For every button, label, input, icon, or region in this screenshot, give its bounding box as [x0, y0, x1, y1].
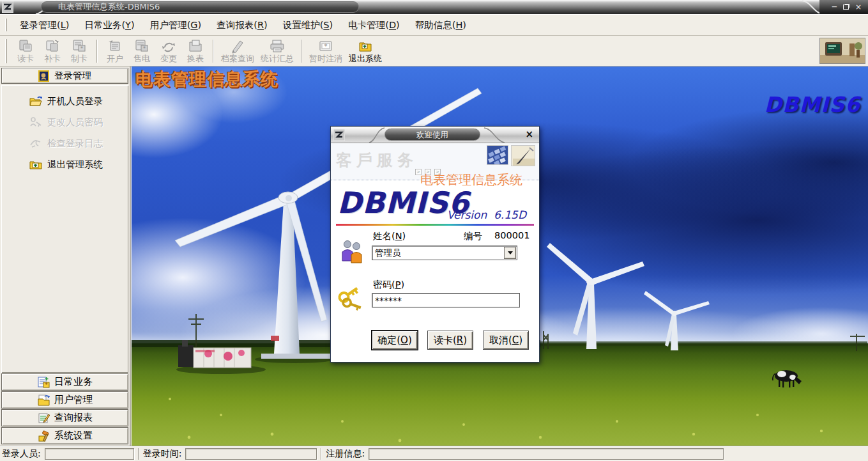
account-open-icon — [107, 38, 123, 54]
status-login-time-label: 登录时间: — [143, 448, 182, 460]
toolbar-separator — [213, 40, 214, 63]
menu-user-management[interactable]: 用户管理(G) — [142, 17, 209, 34]
password-input[interactable] — [372, 293, 520, 308]
svg-text:*: * — [324, 43, 328, 50]
change-icon — [160, 38, 177, 54]
sidebar-item-check-login-log[interactable]: 检查登录日志 — [29, 136, 128, 150]
combobox-dropdown-button[interactable] — [504, 247, 516, 259]
daily-business-icon: * — [37, 376, 50, 388]
menu-help[interactable]: 帮助信息(H) — [407, 17, 474, 34]
wind-turbine-medium — [547, 243, 644, 349]
dialog-watermark-text: 客戶服务 — [336, 150, 418, 171]
toolbar-make-card-button[interactable]: * 制卡 — [66, 37, 93, 65]
svg-text:*: * — [45, 382, 48, 388]
status-bar: 登录人员: 登录时间: 注册信息: — [0, 446, 868, 461]
meadow-flowers — [169, 398, 823, 442]
system-settings-icon — [37, 430, 50, 442]
menubar-grip[interactable] — [5, 19, 7, 31]
password-field-label: 密码(P) — [373, 279, 404, 291]
window-title: 电表管理信息系统-DBMIS6 — [41, 1, 359, 13]
name-combobox-value: 管理员 — [372, 247, 504, 259]
sidebar-item-operator-login[interactable]: 开机人员登录 — [29, 94, 128, 108]
sell-power-icon: * — [133, 38, 150, 54]
cancel-button[interactable]: 取消(C) — [483, 331, 529, 350]
tool-bar: 读卡 补卡 * 制卡 开户 * 售电 — [0, 36, 868, 66]
card-make-icon: * — [71, 38, 88, 54]
sidebar-item-change-password[interactable]: 更改人员密码 — [29, 115, 128, 129]
menu-settings-maintenance[interactable]: 设置维护(S) — [275, 17, 341, 34]
toolbar-photo-thumbnail — [819, 38, 865, 64]
svg-text:*: * — [143, 45, 146, 52]
toolbar-temp-logoff-button[interactable]: * 暂时注消 — [306, 37, 346, 65]
statusbar-separator — [321, 448, 322, 460]
exit-system-icon — [357, 38, 374, 54]
toolbar-separator — [96, 40, 98, 63]
login-dialog-titlebar[interactable]: 欢迎使用 × — [331, 127, 539, 143]
menu-daily-business[interactable]: 日常业务(Y) — [77, 17, 142, 34]
sidebar-group-report-query[interactable]: 查询报表 — [1, 409, 128, 426]
toolbar-swap-meter-button[interactable]: 换表 — [182, 37, 209, 65]
folder-exit-icon — [29, 159, 42, 170]
users-icon — [339, 239, 365, 265]
log-check-icon — [29, 137, 42, 149]
menu-bar: 登录管理(L) 日常业务(Y) 用户管理(G) 查询报表(R) 设置维护(S) … — [0, 14, 868, 36]
name-field-label: 姓名(N) — [373, 230, 406, 242]
toolbar-separator — [301, 40, 302, 63]
folder-open-icon — [29, 95, 42, 107]
restore-button[interactable] — [843, 4, 849, 10]
sidebar-item-exit-system[interactable]: 退出管理系统 — [29, 157, 128, 171]
toolbar-change-button[interactable]: 变更 — [155, 37, 182, 65]
status-login-user-value — [45, 448, 134, 460]
close-button[interactable]: × — [855, 3, 862, 11]
sidebar-group-login[interactable]: 登录管理 — [1, 68, 128, 84]
swap-meter-icon — [187, 38, 204, 54]
stats-summary-icon — [269, 38, 286, 54]
menu-card-management[interactable]: 电卡管理(D) — [340, 17, 407, 34]
card-add-icon — [44, 38, 61, 54]
temp-logoff-icon: * — [317, 38, 334, 54]
toolbar-sell-power-button[interactable]: * 售电 — [128, 37, 155, 65]
toolbar-archive-query-button[interactable]: 档案查询 — [218, 37, 257, 65]
toolbar-open-account-button[interactable]: 开户 — [102, 37, 128, 65]
sidebar-group-user-management[interactable]: 用户管理 — [1, 391, 128, 409]
menu-report-query[interactable]: 查询报表(R) — [209, 17, 275, 34]
ok-button[interactable]: 确定(O) — [372, 331, 418, 350]
user-management-icon — [37, 394, 50, 406]
dialog-logo-icon — [333, 129, 345, 141]
workspace-brand-text: DBMIS6 — [765, 92, 860, 117]
password-change-icon — [29, 116, 42, 128]
sidebar-group-daily-business[interactable]: * 日常业务 — [1, 373, 128, 391]
toolbar-reissue-card-button[interactable]: 补卡 — [39, 37, 66, 65]
operator-id-label: 编号 — [464, 230, 482, 242]
minimize-button[interactable]: ─ — [832, 3, 837, 11]
sidebar-group-system-settings[interactable]: 系统设置 — [1, 427, 128, 444]
pen-thumbnail — [511, 145, 535, 166]
window-titlebar[interactable]: 电表管理信息系统-DBMIS6 ─ × — [0, 0, 868, 14]
status-register-info-value — [369, 448, 724, 460]
login-dialog: 欢迎使用 × 客戶服务 > > > 电表管理信息系统 DBMIS6 — [330, 126, 540, 363]
dialog-title: 欢迎使用 — [385, 129, 480, 141]
keyboard-thumbnail — [487, 145, 508, 165]
navigation-sidebar: 登录管理 开机人员登录 更改人员密码 — [0, 66, 131, 446]
app-logo-icon — [2, 1, 13, 13]
sidebar-login-panel: 开机人员登录 更改人员密码 检查登录日志 — [1, 85, 128, 373]
dialog-close-button[interactable]: × — [525, 129, 533, 140]
chevron-down-icon — [508, 251, 513, 254]
keys-icon — [337, 286, 367, 313]
workspace-headline: 电表管理信息系统 — [135, 68, 278, 91]
statusbar-separator — [138, 448, 139, 460]
login-group-icon — [38, 70, 50, 82]
cow — [773, 370, 802, 387]
name-combobox[interactable]: 管理员 — [372, 246, 517, 260]
menu-login[interactable]: 登录管理(L) — [12, 17, 77, 34]
dialog-overlay-title: 电表管理信息系统 — [420, 171, 522, 189]
read-card-button[interactable]: 读卡(R) — [427, 331, 473, 350]
sidebar-group-login-label: 登录管理 — [54, 70, 91, 82]
toolbar-read-card-button[interactable]: 读卡 — [12, 37, 39, 65]
toolbar-grip[interactable] — [5, 39, 7, 63]
rainbow-divider — [336, 224, 534, 226]
toolbar-stats-summary-button[interactable]: 统计汇总 — [257, 37, 297, 65]
office-photo-thumbnail — [820, 38, 865, 63]
toolbar-exit-system-button[interactable]: 退出系统 — [346, 37, 385, 65]
svg-text:*: * — [80, 45, 84, 52]
